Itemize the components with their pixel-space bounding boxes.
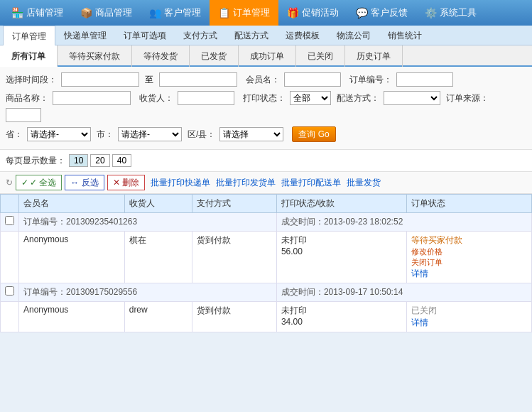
order2-deal-time: 成交时间：2013-09-17 10:50:14 [276,283,531,302]
member-input[interactable] [284,72,341,87]
table-row: Anonymous drew 货到付款 未打印 34.00 已关闭 详情 [1,302,532,332]
delete-button[interactable]: ✕ 删除 [107,175,145,190]
order1-action-close[interactable]: 关闭订单 [411,257,527,268]
order-no-label: 订单编号： [349,74,392,86]
member-label: 会员名： [246,74,280,86]
subnav-order-mgmt[interactable]: 订单管理 [3,26,55,45]
order1-deal-time: 成交时间：2013-09-23 18:02:52 [276,213,531,232]
order1-no: 订单编号：2013092354012​63 [19,213,277,232]
th-order-status: 订单状态 [406,195,531,213]
action-bar: ↻ ✓ ✓ 全选 ↔ 反选 ✕ 删除 批量打印快递单 批量打印发货单 批量打印配… [0,172,532,194]
select-all-button[interactable]: ✓ ✓ 全选 [16,175,62,190]
order-no-input[interactable] [396,72,453,87]
order1-status: 等待买家付款 [411,235,462,245]
time-sep: 至 [145,74,153,86]
time-range-label: 选择时间段： [6,74,57,86]
delivery-method-select[interactable] [384,91,440,105]
batch-print-delivery-link[interactable]: 批量打印配送单 [281,177,341,189]
content-area: 所有订单 等待买家付款 等待发货 已发货 成功订单 已关闭 历史订单 [0,45,532,332]
print-status-label: 打印状态： [243,92,286,104]
delivery-method-label: 配送方式： [337,92,379,104]
feedback-icon: 💬 [356,7,368,18]
th-print-status: 打印状态/收款 [276,195,406,213]
province-select[interactable]: 请选择- [27,127,91,141]
nav-orders[interactable]: 📋 订单管理 [210,0,278,26]
filter-area: 选择时间段： 至 会员名： 订单编号： 商品名称： 收货人： 打印状态： 全部 … [0,67,532,150]
order1-detail-link[interactable]: 详情 [411,269,428,278]
receiver-input[interactable] [178,91,234,105]
promotions-icon: 🎁 [287,7,299,18]
order1-member: Anonymous [19,232,125,283]
order1-data-checkbox-cell [1,232,19,283]
orders-table: 会员名 收货人 支付方式 打印状态/收款 订单状态 订单编号：20 [0,194,532,332]
store-icon: 🏪 [11,7,23,18]
district-label: 区/县： [188,129,215,141]
order-source-input[interactable] [6,108,41,122]
subnav-delivery[interactable]: 配送方式 [226,26,277,45]
order1-receiver: 棋在 [124,232,192,283]
subnav-logistics[interactable]: 物流公司 [328,26,379,45]
print-status-select[interactable]: 全部 已打印 未打印 [290,91,331,105]
order1-status-cell: 等待买家付款 修改价格 关闭订单 详情 [406,232,531,283]
order2-receiver: drew [124,302,192,332]
tools-icon: ⚙️ [425,7,437,18]
nav-feedback[interactable]: 💬 客户反馈 [347,0,416,26]
page-size-20[interactable]: 20 [90,154,109,167]
subnav-freight[interactable]: 运费模板 [277,26,328,45]
tab-shipped[interactable]: 已发货 [190,45,239,67]
order1-checkbox[interactable] [5,216,14,225]
th-checkbox [1,195,19,213]
tab-history[interactable]: 历史订单 [345,45,403,67]
page-size-40[interactable]: 40 [112,154,131,167]
order1-checkbox-cell [1,213,19,232]
subnav-express-mgmt[interactable]: 快递单管理 [55,26,115,45]
th-receiver: 收货人 [124,195,192,213]
order2-status-cell: 已关闭 详情 [406,302,531,332]
invert-select-button[interactable]: ↔ 反选 [65,175,104,190]
tab-pending-ship[interactable]: 等待发货 [132,45,190,67]
order2-checkbox-cell [1,283,19,302]
goods-name-input[interactable] [53,91,131,105]
order2-checkbox[interactable] [5,286,14,296]
nav-goods[interactable]: 📦 商品管理 [72,0,141,26]
order-source-label: 订单来源： [446,92,489,104]
time-start-input[interactable] [61,72,139,87]
subnav-payment[interactable]: 支付方式 [175,26,226,45]
batch-print-ship-link[interactable]: 批量打印发货单 [216,177,276,189]
page-size-10[interactable]: 10 [69,154,88,167]
time-end-input[interactable] [159,72,237,87]
page-size-area: 每页显示数量： 10 20 40 [0,150,532,172]
tab-pending-pay[interactable]: 等待买家付款 [58,45,132,67]
batch-print-express-link[interactable]: 批量打印快递单 [151,177,210,189]
city-label: 市： [97,129,114,141]
subnav-order-reselect[interactable]: 订单可选项 [115,26,175,45]
subnav-sales-stats[interactable]: 销售统计 [379,26,430,45]
district-select[interactable]: 请选择 [219,127,283,141]
table-row: 订单编号：201309175029556 成交时间：2013-09-17 10:… [1,283,532,302]
city-select[interactable]: 请选择- [118,127,182,141]
nav-store[interactable]: 🏪 店铺管理 [3,0,72,26]
nav-promotions[interactable]: 🎁 促销活动 [278,0,347,26]
order1-action-modify-price[interactable]: 修改价格 [411,246,527,257]
query-button[interactable]: 查询 Go [292,126,335,142]
check-icon: ✓ [21,178,28,188]
order2-status: 已关闭 [411,305,437,315]
tab-all-orders[interactable]: 所有订单 [0,45,58,67]
page-size-label: 每页显示数量： [6,155,65,167]
order2-payment: 货到付款 [192,302,277,332]
app-container: 🏪 店铺管理 📦 商品管理 👥 客户管理 📋 订单管理 🎁 促销活动 💬 客户反… [0,0,532,332]
nav-customers[interactable]: 👥 客户管理 [141,0,210,26]
order1-print-amount: 未打印 56.00 [276,232,406,283]
order2-detail-link[interactable]: 详情 [411,318,428,327]
tab-closed[interactable]: 已关闭 [296,45,345,67]
top-nav: 🏪 店铺管理 📦 商品管理 👥 客户管理 📋 订单管理 🎁 促销活动 💬 客户反… [0,0,532,26]
tab-success[interactable]: 成功订单 [239,45,296,67]
nav-tools[interactable]: ⚙️ 系统工具 [416,0,485,26]
order2-member: Anonymous [19,302,125,332]
goods-icon: 📦 [80,7,92,18]
tab-bar: 所有订单 等待买家付款 等待发货 已发货 成功订单 已关闭 历史订单 [0,45,532,67]
batch-ship-link[interactable]: 批量发货 [347,177,381,189]
receiver-label: 收货人： [139,92,173,104]
goods-name-label: 商品名称： [6,92,48,104]
refresh-icon: ↻ [6,178,13,188]
